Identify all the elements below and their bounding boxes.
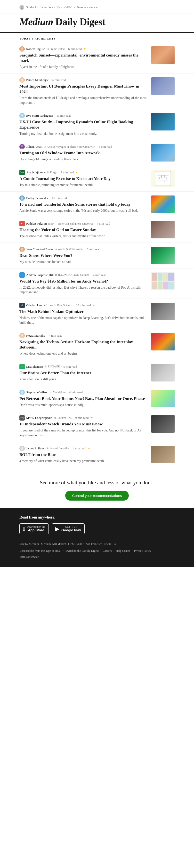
read-time: 6 min read [68, 47, 82, 51]
svg-point-16 [21, 196, 23, 199]
article-thumbnail [151, 446, 174, 463]
svg-point-33 [21, 447, 23, 449]
article-meta: Regia Marinho · 4 min read [20, 333, 148, 338]
article-title[interactable]: The Math Behind Nadam Optimizer [20, 309, 148, 314]
publication-name: in Towards Data Science [43, 303, 72, 307]
help-center-link[interactable]: Help Center [116, 549, 130, 553]
author-name: Pathless Pilgrim [26, 222, 47, 225]
svg-rect-22 [158, 273, 162, 281]
careers-link[interactable]: Careers [103, 549, 112, 553]
article-subtitle: Nadam, one of the most capable optimizer… [20, 315, 148, 325]
article-subtitle: Turning my first take-home assignment in… [20, 131, 148, 136]
article-subtitle: If you are tired of the same old hyped u… [20, 428, 148, 437]
article-meta: Jillian Amatt in Artistic Voyages in Sha… [20, 144, 148, 149]
article-content: Jean Crawford Evans in Weeds & Wildflowe… [20, 247, 148, 265]
article-content: Prince Mukherjee · 6 min read Most Impor… [20, 78, 148, 105]
publication-name: in ENGAGE [45, 365, 60, 368]
author-avatar: forge [20, 170, 25, 175]
article-content: I Andrew Jazprose Hill in ILLUMINATION-C… [20, 272, 148, 295]
terms-link[interactable]: Terms of service [20, 555, 39, 559]
article-subtitle: The essence that unites writers, artists… [20, 234, 148, 239]
article-title[interactable]: Our Brains Are Better Than the Internet [20, 370, 148, 376]
read-time: 18 min read [76, 303, 91, 307]
author-avatar [20, 390, 25, 395]
article-item: Jillian Amatt in Artistic Voyages in Sha… [0, 140, 194, 166]
article-content: Robert English in Frame Rated · 6 min re… [20, 46, 148, 69]
article-title[interactable]: Dear Snow, Where Were You? [20, 253, 148, 258]
author-name: James S. Baker [26, 446, 45, 451]
read-time: 6 min read [53, 78, 66, 82]
article-title[interactable]: Most Important UI Design Principles Ever… [20, 84, 148, 94]
article-title[interactable]: Pet Retreat: Book Your Rooms Now! Rats, … [20, 396, 148, 401]
article-item: Stephanie Wilson in MuddyUm · 4 min read… [0, 386, 194, 411]
svg-rect-26 [158, 282, 162, 289]
control-recommendations-button[interactable]: Control your recommendations [65, 491, 129, 501]
read-time: 4 min read [49, 334, 62, 338]
become-member-link[interactable]: Become a member [77, 6, 99, 9]
article-title[interactable]: BOLT from the Blue [20, 452, 148, 457]
article-title[interactable]: Sasquatch Sunset—experimental, environme… [20, 53, 148, 63]
author-name: MVW Encyclopedia [26, 416, 52, 420]
app-store-button[interactable]:  Download on the App Store [20, 523, 49, 534]
article-title[interactable]: Turning an Old Window Frame Into Artwork [20, 150, 148, 156]
article-item: Prince Mukherjee · 6 min read Most Impor… [0, 73, 194, 109]
article-thumbnail [151, 46, 174, 64]
publication-name: in Frame Rated [46, 47, 65, 51]
article-title[interactable]: Navigating the Techno-Artistic Horizon: … [20, 339, 148, 350]
google-play-icon: ▶ [55, 526, 59, 532]
app-store-name: App Store [27, 528, 45, 532]
article-subtitle: A year in the life of a family of bigfoo… [20, 64, 148, 69]
article-title[interactable]: Hearing the Voice of God on Easter Sunda… [20, 227, 148, 232]
article-thumbnail [151, 195, 174, 213]
author-avatar [20, 46, 25, 52]
article-title[interactable]: 10 weird and wonderful Archie Sonic stor… [20, 202, 148, 207]
author-name: Lisa Shamess [26, 365, 43, 369]
article-title[interactable]: UX/UI Case Study—Improving Ryanair's Onl… [20, 119, 148, 130]
unsubscribe-link[interactable]: Unsubscribe [20, 549, 34, 553]
digest-title-rest: Daily Digest [53, 16, 105, 27]
username-link[interactable]: James Jonas [40, 6, 55, 9]
article-title[interactable]: A Comic Journaling Exercise to Kickstart… [20, 176, 148, 181]
svg-rect-21 [152, 273, 157, 281]
article-subtitle: Try this simple journaling technique for… [20, 183, 148, 187]
publication-name: in Artistic Voyages in Share Your Creati… [44, 145, 95, 149]
article-thumbnail-inner [151, 170, 174, 187]
article-title[interactable]: 10 Independent Watch Brands You Must Kno… [20, 422, 148, 427]
article-content: E Lisa Shamess in ENGAGE · 9 min read Ou… [20, 364, 148, 382]
email-header: Stories for James Jonas @clcfa0d7b8 · Be… [0, 0, 194, 14]
svg-rect-24 [168, 273, 174, 281]
svg-point-6 [21, 114, 23, 116]
article-item: Eva Marti Rodriguez · 11 min read UX/UI … [0, 109, 194, 140]
article-subtitle: Learn the fundamentals of UI design and … [20, 96, 148, 105]
author-name: Jillian Amatt [26, 145, 42, 149]
author-name: Eva Marti Rodriguez [26, 114, 53, 118]
article-title[interactable]: Would You Pay $195 Million for an Andy W… [20, 279, 148, 284]
author-name: Andrew Jazprose Hill [26, 273, 54, 277]
svg-point-17 [20, 199, 24, 201]
privacy-policy-link[interactable]: Privacy Policy [134, 549, 151, 553]
read-time: 4 min read [69, 391, 83, 394]
publication-name: in Counter Arts [54, 416, 71, 420]
author-avatar [20, 113, 25, 118]
user-avatar [20, 5, 24, 10]
svg-rect-10 [155, 171, 171, 186]
article-content: Eva Marti Rodriguez · 11 min read UX/UI … [20, 113, 148, 136]
article-content: Bobby Schroeder · 16 min read 10 weird a… [20, 195, 148, 213]
author-name: Jean Crawford Evans [26, 247, 53, 251]
article-content: Stephanie Wilson in MuddyUm · 4 min read… [20, 390, 148, 407]
read-time: 4 min read [97, 222, 110, 225]
article-subtitle: In 2022, somebody did just that. But why… [20, 285, 148, 295]
article-meta: forge Ana Krajinovic in Forge · 7 min re… [20, 170, 148, 175]
author-avatar: tds [20, 303, 25, 308]
article-meta: Robert English in Frame Rated · 6 min re… [20, 46, 148, 52]
read-time: 9 min read [64, 365, 77, 369]
read-time: 4 min read [98, 145, 112, 149]
google-play-name: Google Play [61, 528, 81, 532]
switch-weekly-link[interactable]: Switch to the Weekly Digest [65, 549, 99, 553]
sent-by-text: Sent by Medium · Medium, 548 Market St, … [20, 541, 174, 547]
article-thumbnail [151, 78, 174, 95]
google-play-button[interactable]: ▶ GET IT ON Google Play [52, 523, 85, 534]
medium-wordmark: Medium [20, 16, 53, 27]
article-content: Regia Marinho · 4 min read Navigating th… [20, 333, 148, 356]
read-time: 11 min read [57, 114, 71, 118]
